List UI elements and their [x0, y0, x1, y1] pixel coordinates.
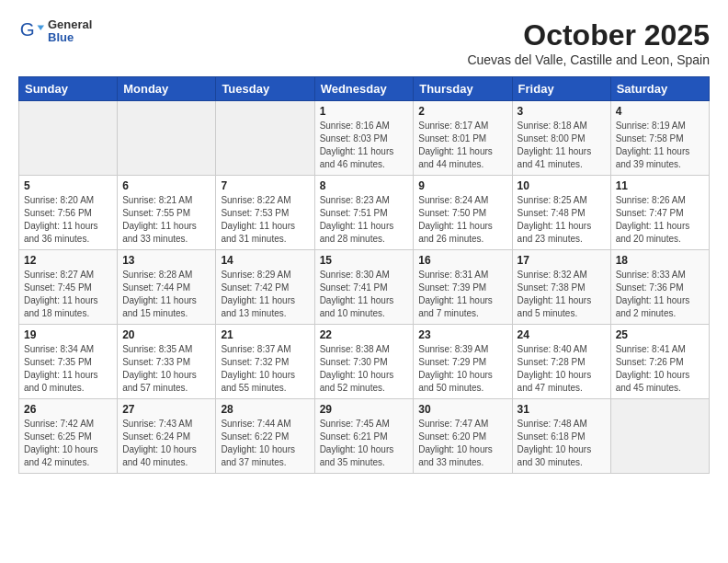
day-info: Sunrise: 8:34 AM Sunset: 7:35 PM Dayligh…: [24, 343, 112, 395]
day-info: Sunrise: 8:25 AM Sunset: 7:48 PM Dayligh…: [518, 194, 606, 246]
calendar-cell: [118, 101, 216, 176]
day-number: 3: [518, 105, 606, 118]
day-of-week-header: Tuesday: [216, 77, 314, 101]
day-info: Sunrise: 7:45 AM Sunset: 6:21 PM Dayligh…: [320, 418, 409, 469]
day-info: Sunrise: 8:38 AM Sunset: 7:30 PM Dayligh…: [320, 343, 409, 395]
day-info: Sunrise: 8:30 AM Sunset: 7:41 PM Dayligh…: [320, 269, 409, 320]
calendar-cell: 1Sunrise: 8:16 AM Sunset: 8:03 PM Daylig…: [314, 101, 414, 176]
day-number: 17: [518, 254, 606, 267]
day-info: Sunrise: 8:22 AM Sunset: 7:53 PM Dayligh…: [221, 194, 309, 246]
day-number: 31: [518, 403, 606, 416]
title-block: October 2025 Cuevas del Valle, Castille …: [467, 18, 710, 67]
calendar-cell: 30Sunrise: 7:47 AM Sunset: 6:20 PM Dayli…: [414, 399, 512, 474]
day-number: 27: [122, 403, 210, 416]
day-number: 13: [122, 254, 210, 267]
day-info: Sunrise: 8:17 AM Sunset: 8:01 PM Dayligh…: [418, 120, 506, 171]
day-info: Sunrise: 8:16 AM Sunset: 8:03 PM Dayligh…: [320, 120, 409, 171]
day-info: Sunrise: 8:20 AM Sunset: 7:56 PM Dayligh…: [24, 194, 112, 246]
svg-text:G: G: [20, 18, 35, 40]
calendar-cell: 29Sunrise: 7:45 AM Sunset: 6:21 PM Dayli…: [314, 399, 414, 474]
day-info: Sunrise: 8:31 AM Sunset: 7:39 PM Dayligh…: [418, 269, 506, 320]
day-info: Sunrise: 7:43 AM Sunset: 6:24 PM Dayligh…: [122, 418, 210, 469]
page-header: G General Blue October 2025 Cuevas del V…: [18, 18, 710, 67]
day-number: 6: [122, 179, 210, 192]
day-info: Sunrise: 8:23 AM Sunset: 7:51 PM Dayligh…: [320, 194, 409, 246]
day-info: Sunrise: 7:42 AM Sunset: 6:25 PM Dayligh…: [24, 418, 112, 469]
day-number: 22: [320, 328, 409, 341]
day-info: Sunrise: 8:19 AM Sunset: 7:58 PM Dayligh…: [616, 120, 704, 171]
day-number: 5: [24, 179, 112, 192]
calendar-cell: 28Sunrise: 7:44 AM Sunset: 6:22 PM Dayli…: [216, 399, 314, 474]
day-number: 11: [616, 179, 704, 192]
day-info: Sunrise: 7:48 AM Sunset: 6:18 PM Dayligh…: [518, 418, 606, 469]
month-title: October 2025: [467, 18, 710, 52]
day-number: 19: [24, 328, 112, 341]
calendar-week-row: 1Sunrise: 8:16 AM Sunset: 8:03 PM Daylig…: [19, 101, 710, 176]
day-info: Sunrise: 8:29 AM Sunset: 7:42 PM Dayligh…: [221, 269, 309, 320]
calendar-cell: 7Sunrise: 8:22 AM Sunset: 7:53 PM Daylig…: [216, 176, 314, 250]
day-of-week-header: Wednesday: [314, 77, 414, 101]
logo-icon: G: [18, 18, 44, 44]
calendar-cell: 10Sunrise: 8:25 AM Sunset: 7:48 PM Dayli…: [512, 176, 610, 250]
day-of-week-header: Saturday: [610, 77, 709, 101]
calendar-cell: 21Sunrise: 8:37 AM Sunset: 7:32 PM Dayli…: [216, 325, 314, 399]
day-number: 1: [320, 105, 409, 118]
day-info: Sunrise: 8:24 AM Sunset: 7:50 PM Dayligh…: [418, 194, 506, 246]
day-info: Sunrise: 8:28 AM Sunset: 7:44 PM Dayligh…: [122, 269, 210, 320]
day-number: 29: [320, 403, 409, 416]
day-info: Sunrise: 8:26 AM Sunset: 7:47 PM Dayligh…: [616, 194, 704, 246]
day-number: 26: [24, 403, 112, 416]
logo-blue: Blue: [48, 31, 92, 44]
calendar-header-row: SundayMondayTuesdayWednesdayThursdayFrid…: [19, 77, 710, 101]
calendar-cell: 5Sunrise: 8:20 AM Sunset: 7:56 PM Daylig…: [19, 176, 118, 250]
day-number: 14: [221, 254, 309, 267]
day-number: 4: [616, 105, 704, 118]
calendar-cell: 4Sunrise: 8:19 AM Sunset: 7:58 PM Daylig…: [610, 101, 709, 176]
calendar-cell: 20Sunrise: 8:35 AM Sunset: 7:33 PM Dayli…: [118, 325, 216, 399]
day-info: Sunrise: 8:32 AM Sunset: 7:38 PM Dayligh…: [518, 269, 606, 320]
calendar-cell: 16Sunrise: 8:31 AM Sunset: 7:39 PM Dayli…: [414, 250, 512, 325]
day-info: Sunrise: 8:35 AM Sunset: 7:33 PM Dayligh…: [122, 343, 210, 395]
calendar-cell: [19, 101, 118, 176]
day-of-week-header: Sunday: [19, 77, 118, 101]
day-number: 15: [320, 254, 409, 267]
day-info: Sunrise: 8:39 AM Sunset: 7:29 PM Dayligh…: [418, 343, 506, 395]
location-subtitle: Cuevas del Valle, Castille and Leon, Spa…: [467, 52, 710, 67]
day-number: 7: [221, 179, 309, 192]
day-number: 9: [418, 179, 506, 192]
day-number: 30: [418, 403, 506, 416]
calendar-cell: 26Sunrise: 7:42 AM Sunset: 6:25 PM Dayli…: [19, 399, 118, 474]
day-number: 12: [24, 254, 112, 267]
calendar-cell: 2Sunrise: 8:17 AM Sunset: 8:01 PM Daylig…: [414, 101, 512, 176]
calendar-week-row: 19Sunrise: 8:34 AM Sunset: 7:35 PM Dayli…: [19, 325, 710, 399]
calendar-cell: 15Sunrise: 8:30 AM Sunset: 7:41 PM Dayli…: [314, 250, 414, 325]
logo-general: General: [48, 18, 92, 31]
calendar-cell: 11Sunrise: 8:26 AM Sunset: 7:47 PM Dayli…: [610, 176, 709, 250]
day-info: Sunrise: 8:40 AM Sunset: 7:28 PM Dayligh…: [518, 343, 606, 395]
day-number: 25: [616, 328, 704, 341]
calendar-week-row: 26Sunrise: 7:42 AM Sunset: 6:25 PM Dayli…: [19, 399, 710, 474]
svg-marker-1: [38, 26, 44, 31]
calendar-week-row: 12Sunrise: 8:27 AM Sunset: 7:45 PM Dayli…: [19, 250, 710, 325]
calendar-table: SundayMondayTuesdayWednesdayThursdayFrid…: [18, 76, 710, 474]
calendar-cell: 31Sunrise: 7:48 AM Sunset: 6:18 PM Dayli…: [512, 399, 610, 474]
calendar-cell: 23Sunrise: 8:39 AM Sunset: 7:29 PM Dayli…: [414, 325, 512, 399]
day-of-week-header: Friday: [512, 77, 610, 101]
day-number: 18: [616, 254, 704, 267]
calendar-cell: 6Sunrise: 8:21 AM Sunset: 7:55 PM Daylig…: [118, 176, 216, 250]
calendar-cell: 9Sunrise: 8:24 AM Sunset: 7:50 PM Daylig…: [414, 176, 512, 250]
calendar-cell: 17Sunrise: 8:32 AM Sunset: 7:38 PM Dayli…: [512, 250, 610, 325]
calendar-cell: 8Sunrise: 8:23 AM Sunset: 7:51 PM Daylig…: [314, 176, 414, 250]
calendar-cell: 19Sunrise: 8:34 AM Sunset: 7:35 PM Dayli…: [19, 325, 118, 399]
calendar-cell: 27Sunrise: 7:43 AM Sunset: 6:24 PM Dayli…: [118, 399, 216, 474]
calendar-cell: [216, 101, 314, 176]
day-info: Sunrise: 8:33 AM Sunset: 7:36 PM Dayligh…: [616, 269, 704, 320]
day-of-week-header: Thursday: [414, 77, 512, 101]
calendar-cell: 13Sunrise: 8:28 AM Sunset: 7:44 PM Dayli…: [118, 250, 216, 325]
day-number: 10: [518, 179, 606, 192]
calendar-week-row: 5Sunrise: 8:20 AM Sunset: 7:56 PM Daylig…: [19, 176, 710, 250]
day-number: 2: [418, 105, 506, 118]
calendar-cell: [610, 399, 709, 474]
calendar-cell: 14Sunrise: 8:29 AM Sunset: 7:42 PM Dayli…: [216, 250, 314, 325]
calendar-cell: 3Sunrise: 8:18 AM Sunset: 8:00 PM Daylig…: [512, 101, 610, 176]
